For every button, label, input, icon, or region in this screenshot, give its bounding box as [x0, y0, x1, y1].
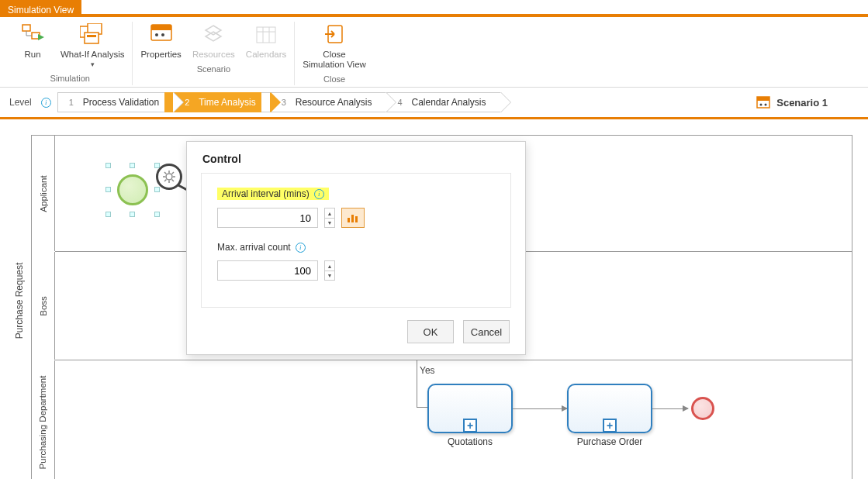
ribbon: Run What-If Analysis ▾ Simulation Proper…	[0, 17, 868, 88]
step-process-validation[interactable]: 1Process Validation	[57, 92, 175, 112]
ribbon-group-close: Close Simulation View Close	[295, 22, 374, 85]
distribution-button[interactable]	[341, 208, 365, 228]
subprocess-marker-icon: +	[463, 419, 477, 432]
group-label-scenario: Scenario	[197, 64, 230, 75]
close-simview-button[interactable]: Close Simulation View	[303, 22, 366, 70]
svg-rect-0	[22, 25, 30, 31]
svg-line-28	[172, 172, 175, 174]
svg-rect-30	[351, 215, 354, 222]
info-icon[interactable]: i	[41, 98, 51, 108]
task-purchase-order[interactable]: +	[567, 384, 652, 433]
max-arrival-spinner[interactable]: ▲▼	[324, 260, 335, 281]
level-steps: 1Process Validation 2Time Analysis 3Reso…	[57, 92, 501, 112]
resources-button: Resources	[192, 22, 235, 60]
svg-line-27	[164, 180, 167, 182]
run-label: Run	[24, 50, 40, 60]
properties-button[interactable]: Properties	[140, 22, 181, 60]
scenario-indicator: Scenario 1	[756, 96, 859, 109]
resources-icon	[201, 22, 226, 47]
svg-rect-17	[757, 97, 769, 101]
subprocess-marker-icon: +	[603, 419, 617, 432]
run-button[interactable]: Run	[16, 22, 50, 60]
svg-point-9	[155, 33, 158, 36]
dialog-title: Control	[187, 142, 525, 173]
task-label-quotations: Quotations	[427, 436, 513, 447]
svg-marker-2	[38, 34, 44, 40]
run-icon	[20, 22, 45, 47]
task-label-purchase-order: Purchase Order	[567, 436, 652, 447]
lane-label-applicant: Applicant	[32, 136, 55, 251]
whatif-label: What-If Analysis	[61, 50, 124, 60]
level-label: Level	[9, 97, 32, 108]
task-quotations[interactable]: +	[427, 384, 513, 433]
resources-label: Resources	[192, 50, 235, 60]
calendar-icon	[254, 22, 278, 47]
lane-label-purchasing: Purchasing Department	[32, 360, 55, 479]
svg-line-26	[172, 180, 175, 182]
properties-label: Properties	[140, 50, 181, 60]
svg-rect-11	[257, 27, 275, 43]
svg-point-20	[166, 174, 172, 180]
arrival-interval-input[interactable]	[217, 208, 318, 228]
level-bar: Level i 1Process Validation 2Time Analys…	[0, 88, 868, 118]
scenario-icon	[756, 96, 770, 109]
calendars-button: Calendars	[246, 22, 286, 60]
arrival-interval-label: Arrival interval (mins) i	[217, 188, 329, 200]
properties-icon	[149, 22, 174, 47]
diagram-canvas[interactable]: Purchase Request Applicant Request Boss …	[0, 118, 868, 479]
calendars-label: Calendars	[246, 50, 286, 60]
lane-purchasing: Purchasing Department Yes + Quotations +…	[55, 360, 852, 479]
svg-rect-6	[87, 35, 96, 37]
close-icon	[322, 22, 347, 47]
lane-label-boss: Boss	[32, 252, 55, 360]
ribbon-group-simulation: Run What-If Analysis ▾ Simulation	[8, 22, 133, 85]
svg-line-25	[164, 172, 167, 174]
whatif-button[interactable]: What-If Analysis ▾	[61, 22, 124, 69]
flow-line	[652, 408, 688, 409]
whatif-icon	[80, 22, 105, 47]
flow-line	[513, 408, 567, 409]
svg-rect-5	[85, 33, 99, 43]
group-label-close: Close	[323, 74, 345, 85]
ribbon-group-scenario: Properties Resources Calendars Scenario	[133, 22, 295, 85]
max-arrival-input[interactable]	[217, 260, 318, 281]
cancel-button[interactable]: Cancel	[463, 320, 510, 343]
svg-point-19	[765, 104, 767, 106]
tab-strip: Simulation View	[0, 0, 868, 17]
control-dialog: Control Arrival interval (mins) i ▲▼ Max…	[186, 141, 526, 355]
svg-point-10	[161, 33, 164, 36]
info-icon[interactable]: i	[296, 243, 306, 253]
svg-rect-31	[355, 216, 358, 222]
svg-point-18	[760, 104, 763, 106]
dropdown-caret-icon: ▾	[91, 60, 95, 68]
svg-rect-29	[348, 218, 350, 222]
pool-label: Purchase Request	[8, 119, 31, 479]
info-icon[interactable]: i	[314, 189, 324, 199]
flow-label-yes: Yes	[420, 365, 435, 376]
bar-chart-icon	[347, 212, 359, 223]
close-label: Close Simulation View	[303, 50, 366, 70]
simulation-view-tab[interactable]: Simulation View	[0, 0, 81, 17]
group-label-simulation: Simulation	[50, 74, 90, 84]
scenario-name: Scenario 1	[776, 97, 828, 109]
svg-rect-8	[151, 25, 171, 30]
max-arrival-label: Max. arrival count i	[217, 242, 495, 253]
flow-line	[417, 360, 417, 407]
end-event[interactable]	[691, 397, 714, 420]
arrival-interval-spinner[interactable]: ▲▼	[324, 208, 335, 228]
ok-button[interactable]: OK	[407, 320, 454, 343]
